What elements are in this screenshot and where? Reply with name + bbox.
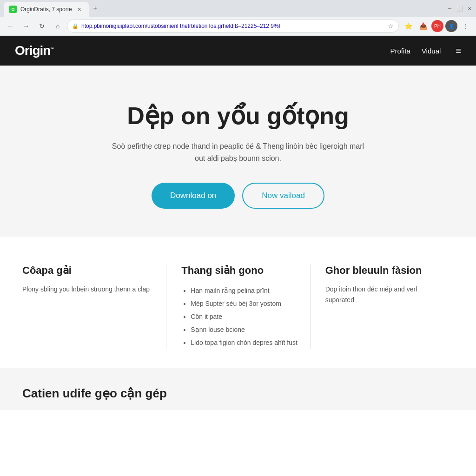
hero-title: Dệp on yổu gốtọng — [15, 103, 461, 129]
tab-favicon: O — [9, 6, 17, 13]
window-minimize-button[interactable]: ─ — [447, 6, 453, 12]
tab-close-button[interactable]: ✕ — [76, 6, 83, 13]
forward-button[interactable]: → — [20, 20, 33, 33]
window-close-button[interactable]: ✕ — [466, 6, 472, 12]
feature-2-list: Han mailn rảng pelina prïnt Mép Supter s… — [181, 284, 298, 349]
profile-avatar[interactable]: PH — [431, 20, 443, 32]
list-item: Sạnn louse bcione — [191, 323, 298, 336]
site-navbar: Origin™ Profita Vidual ≡ — [0, 36, 476, 66]
hero-section: Dệp on yổu gốtọng Soò pefirthę ctrep nod… — [0, 66, 476, 237]
bookmark-star-icon[interactable]: ☆ — [388, 22, 394, 30]
download-button[interactable]: Download on — [152, 183, 235, 209]
feature-1-text: Plony sbling you lnbein struong thenn a … — [22, 284, 155, 294]
vaiload-button[interactable]: Now vaiload — [242, 183, 324, 209]
hamburger-menu-button[interactable]: ≡ — [456, 46, 461, 56]
hero-buttons: Download on Now vaiload — [15, 183, 461, 209]
home-button[interactable]: ⌂ — [51, 20, 64, 33]
list-item: Han mailn rảng pelina prïnt — [191, 284, 298, 297]
hero-subtitle: Soò pefirthę ctrep node thand in peaplic… — [108, 140, 368, 164]
window-restore-button[interactable]: ⬜ — [456, 6, 463, 12]
list-item: Mép Supter séu béj 3or yostom — [191, 297, 298, 310]
chrome-menu-button[interactable]: ⋮ — [459, 20, 472, 33]
nav-link-vidual[interactable]: Vidual — [422, 47, 441, 55]
bottom-section: Catien udife gẹo cận gép — [0, 368, 476, 410]
feature-col-2: Thang siảh gono Han mailn rảng pelina pr… — [166, 264, 310, 349]
features-section: Côapa gải Plony sbling you lnbein struon… — [0, 237, 476, 368]
url-text: htop.pbimoriigiuiplaol.com/ustobsimienl … — [81, 23, 385, 29]
feature-col-1: Côapa gải Plony sbling you lnbein struon… — [22, 264, 166, 349]
list-item: Côn it pate — [191, 310, 298, 323]
url-bar[interactable]: 🔒 htop.pbimoriigiuiplaol.com/ustobsimien… — [67, 20, 399, 33]
list-item: Lido topa figion chòn depres ahît fust — [191, 336, 298, 349]
feature-3-title: Ghor bleuuln fàsion — [325, 264, 443, 277]
nav-links: Profita Vidual ≡ — [390, 46, 461, 56]
feature-col-3: Ghor bleuuln fàsion Dop itoin thon déc m… — [310, 264, 454, 349]
url-lock-icon: 🔒 — [72, 23, 79, 29]
logo-trademark: ™ — [50, 47, 53, 51]
refresh-button[interactable]: ↻ — [35, 20, 48, 33]
feature-1-title: Côapa gải — [22, 264, 155, 277]
site-logo[interactable]: Origin™ — [15, 43, 53, 58]
back-button[interactable]: ← — [4, 20, 17, 33]
new-tab-button[interactable]: + — [89, 2, 102, 15]
feature-2-title: Thang siảh gono — [181, 264, 298, 277]
nav-link-profita[interactable]: Profita — [390, 47, 410, 55]
user-avatar[interactable]: 👤 — [445, 20, 457, 32]
bottom-title: Catien udife gẹo cận gép — [22, 386, 454, 401]
feature-3-text: Dop itoin thon déc mép and verl suporate… — [325, 284, 443, 305]
bookmark-button[interactable]: ⭐ — [402, 20, 415, 33]
tab-title: OrginDratis, 7 sporte — [20, 6, 72, 13]
downloads-button[interactable]: 📥 — [416, 20, 430, 33]
browser-tab[interactable]: O OrginDratis, 7 sporte ✕ — [4, 2, 89, 17]
